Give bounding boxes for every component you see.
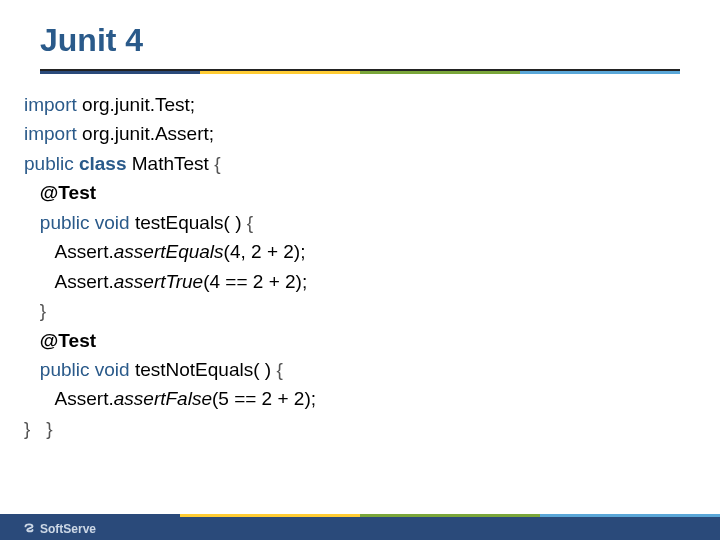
slide-title: Junit 4 (40, 22, 680, 59)
annotation: @Test (24, 178, 696, 207)
method: assertEquals (114, 241, 224, 262)
code-line: Assert.assertEquals(4, 2 + 2); (24, 237, 696, 266)
code-text: org.junit.Assert; (77, 123, 214, 144)
footer-bar: SoftServe (0, 517, 720, 540)
keyword: import (24, 123, 77, 144)
code-text: (5 == 2 + 2); (212, 388, 316, 409)
footer: SoftServe (0, 514, 720, 540)
softserve-icon (22, 522, 36, 536)
code-line: import org.junit.Test; (24, 90, 696, 119)
code-line: Assert.assertTrue(4 == 2 + 2); (24, 267, 696, 296)
brace: { (242, 212, 254, 233)
code-line: public class MathTest { (24, 149, 696, 178)
keyword: public void (24, 359, 130, 380)
brand-text: SoftServe (40, 522, 96, 536)
code-text: (4, 2 + 2); (224, 241, 306, 262)
brand-logo: SoftServe (22, 522, 96, 536)
code-text: (4 == 2 + 2); (203, 271, 307, 292)
brace: { (271, 359, 283, 380)
keyword: public (24, 153, 74, 174)
slide: Junit 4 import org.junit.Test; import or… (0, 0, 720, 540)
method: assertFalse (114, 388, 212, 409)
annotation: @Test (24, 326, 696, 355)
brace: } } (24, 414, 696, 443)
keyword: import (24, 94, 77, 115)
code-line: public void testEquals( ) { (24, 208, 696, 237)
code-line: public void testNotEquals( ) { (24, 355, 696, 384)
code-text: MathTest (126, 153, 208, 174)
code-text: testNotEquals( ) (130, 359, 272, 380)
code-text: Assert. (24, 388, 114, 409)
keyword: class (74, 153, 127, 174)
code-block: import org.junit.Test; import org.junit.… (0, 74, 720, 540)
brace: } (24, 296, 696, 325)
code-line: import org.junit.Assert; (24, 119, 696, 148)
keyword: public void (24, 212, 130, 233)
brace: { (209, 153, 221, 174)
code-text: Assert. (24, 241, 114, 262)
header: Junit 4 (0, 0, 720, 63)
code-text: testEquals( ) (130, 212, 242, 233)
code-line: Assert.assertFalse(5 == 2 + 2); (24, 384, 696, 413)
code-text: Assert. (24, 271, 114, 292)
method: assertTrue (114, 271, 203, 292)
code-text: org.junit.Test; (77, 94, 195, 115)
